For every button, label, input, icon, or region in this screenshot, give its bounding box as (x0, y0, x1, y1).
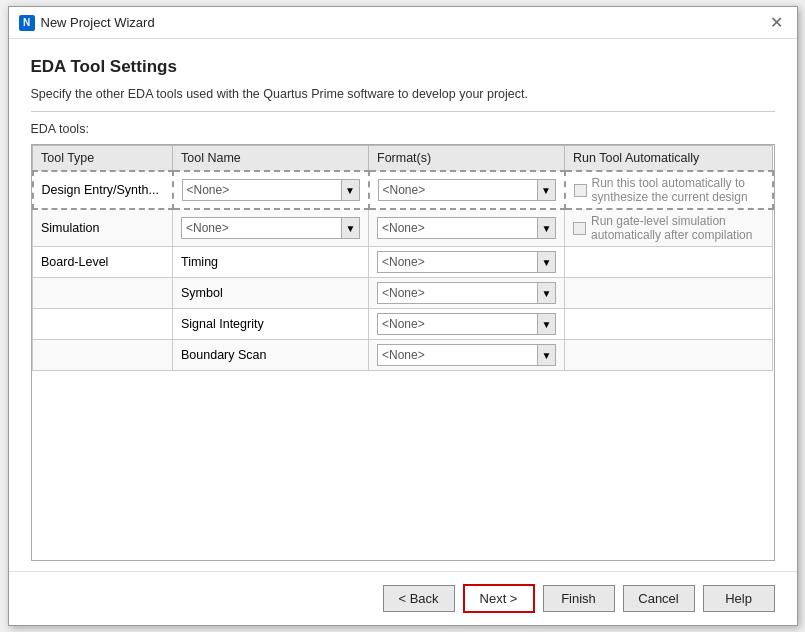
cell-formats: ▼ (369, 209, 565, 247)
table-row: Design Entry/Synth...▼▼Run this tool aut… (33, 171, 773, 209)
cell-tool-type: Design Entry/Synth... (33, 171, 173, 209)
cell-tool-name: Signal Integrity (173, 309, 369, 340)
cell-formats: ▼ (369, 340, 565, 371)
cell-tool-name: Boundary Scan (173, 340, 369, 371)
page-description: Specify the other EDA tools used with th… (31, 87, 775, 101)
formats-dropdown-btn[interactable]: ▼ (538, 282, 556, 304)
cell-formats: ▼ (369, 247, 565, 278)
cell-tool-type: Board-Level (33, 247, 173, 278)
header-tool-name: Tool Name (173, 146, 369, 172)
formats-dropdown-btn[interactable]: ▼ (538, 344, 556, 366)
formats-input[interactable] (377, 217, 538, 239)
formats-dropdown-btn[interactable]: ▼ (538, 313, 556, 335)
cell-tool-name: ▼ (173, 171, 369, 209)
footer: < Back Next > Finish Cancel Help (9, 571, 797, 625)
formats-dropdown-btn[interactable]: ▼ (538, 217, 556, 239)
formats-dropdown-btn[interactable]: ▼ (538, 179, 556, 201)
cell-tool-type: Simulation (33, 209, 173, 247)
title-bar-left: N New Project Wizard (19, 15, 155, 31)
header-run-auto: Run Tool Automatically (565, 146, 773, 172)
eda-tools-table: Tool Type Tool Name Format(s) Run Tool A… (32, 145, 774, 371)
cell-tool-name: Symbol (173, 278, 369, 309)
back-button[interactable]: < Back (383, 585, 455, 612)
cell-run-auto (565, 247, 773, 278)
tool-name-input[interactable] (181, 217, 342, 239)
next-button[interactable]: Next > (463, 584, 535, 613)
table-row: Board-LevelTiming▼ (33, 247, 773, 278)
formats-input[interactable] (377, 282, 538, 304)
cell-formats: ▼ (369, 309, 565, 340)
formats-input[interactable] (377, 251, 538, 273)
formats-input[interactable] (377, 313, 538, 335)
formats-dropdown-btn[interactable]: ▼ (538, 251, 556, 273)
header-tool-type: Tool Type (33, 146, 173, 172)
run-auto-label: Run gate-level simulation automatically … (591, 214, 764, 242)
cell-formats: ▼ (369, 171, 565, 209)
tool-name-input[interactable] (182, 179, 342, 201)
help-button[interactable]: Help (703, 585, 775, 612)
table-row: Boundary Scan▼ (33, 340, 773, 371)
section-label: EDA tools: (31, 122, 775, 136)
title-bar: N New Project Wizard ✕ (9, 7, 797, 39)
close-button[interactable]: ✕ (766, 13, 787, 32)
page-title: EDA Tool Settings (31, 57, 775, 77)
cell-run-auto (565, 340, 773, 371)
main-window: N New Project Wizard ✕ EDA Tool Settings… (8, 6, 798, 626)
separator (31, 111, 775, 112)
cell-run-auto: Run this tool automatically to synthesiz… (565, 171, 773, 209)
app-icon: N (19, 15, 35, 31)
table-header-row: Tool Type Tool Name Format(s) Run Tool A… (33, 146, 773, 172)
cancel-button[interactable]: Cancel (623, 585, 695, 612)
cell-run-auto (565, 278, 773, 309)
table-row: Symbol▼ (33, 278, 773, 309)
cell-tool-name: Timing (173, 247, 369, 278)
cell-tool-type (33, 309, 173, 340)
cell-tool-name: ▼ (173, 209, 369, 247)
table-row: Simulation▼▼Run gate-level simulation au… (33, 209, 773, 247)
tool-name-dropdown-btn[interactable]: ▼ (342, 217, 360, 239)
cell-tool-type (33, 278, 173, 309)
finish-button[interactable]: Finish (543, 585, 615, 612)
header-formats: Format(s) (369, 146, 565, 172)
run-auto-label: Run this tool automatically to synthesiz… (592, 176, 764, 204)
cell-formats: ▼ (369, 278, 565, 309)
tool-name-dropdown-btn[interactable]: ▼ (342, 179, 360, 201)
eda-tools-table-container: Tool Type Tool Name Format(s) Run Tool A… (31, 144, 775, 561)
cell-tool-type (33, 340, 173, 371)
run-auto-checkbox[interactable] (573, 222, 586, 235)
run-auto-checkbox[interactable] (574, 184, 587, 197)
cell-run-auto: Run gate-level simulation automatically … (565, 209, 773, 247)
formats-input[interactable] (377, 344, 538, 366)
cell-run-auto (565, 309, 773, 340)
main-content: EDA Tool Settings Specify the other EDA … (9, 39, 797, 571)
window-title: New Project Wizard (41, 15, 155, 30)
table-row: Signal Integrity▼ (33, 309, 773, 340)
formats-input[interactable] (378, 179, 538, 201)
